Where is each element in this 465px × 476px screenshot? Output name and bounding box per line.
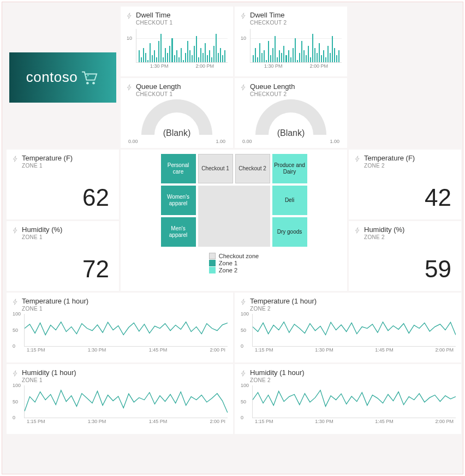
queue-length-checkout1-tile[interactable]: Queue Length CHECKOUT 1 (Blank) 0.00 1.0… — [121, 78, 233, 148]
brand-name: contoso — [26, 69, 78, 86]
tile-subtitle: ZONE 2 — [250, 377, 305, 383]
dwell-time-checkout2-tile[interactable]: Dwell Time CHECKOUT 2 10 1:30 PM 2:00 PM — [235, 7, 347, 76]
lightning-icon — [12, 299, 19, 305]
humidity-history-zone1-tile[interactable]: Humidity (1 hour) ZONE 1 0 50 100 1:15 P… — [7, 364, 233, 434]
zone-personal-care[interactable]: Personal care — [161, 154, 196, 183]
tile-title: Temperature (1 hour) — [250, 297, 317, 305]
lightning-icon — [126, 84, 133, 91]
temperature-zone2-tile[interactable]: Temperature (F) ZONE 2 42 — [349, 150, 461, 219]
tile-title: Humidity (%) — [364, 225, 404, 234]
temp-zone1-line-chart: 0 50 100 1:15 PM 1:30 PM 1:45 PM 2:00 PI — [24, 314, 228, 347]
metric-value: 42 — [354, 184, 451, 211]
tile-subtitle: ZONE 1 — [22, 163, 73, 169]
zone-checkout2[interactable]: Checkout 2 — [235, 154, 270, 183]
floor-bg — [198, 186, 270, 247]
tile-title: Dwell Time — [250, 11, 287, 19]
svg-point-0 — [86, 81, 89, 84]
lightning-icon — [12, 227, 19, 234]
swatch-zone1 — [209, 260, 216, 266]
tile-title: Humidity (1 hour) — [22, 368, 76, 377]
svg-point-2 — [86, 73, 87, 75]
tile-title: Temperature (1 hour) — [22, 297, 88, 305]
zone-deli[interactable]: Deli — [272, 186, 307, 215]
queue1-gauge: (Blank) 0.00 1.00 — [126, 99, 228, 143]
tile-title: Humidity (1 hour) — [250, 368, 305, 377]
hum-zone2-line-chart: 0 50 100 1:15 PM 1:30 PM 1:45 PM 2:00 PM — [252, 385, 456, 418]
tile-subtitle: ZONE 1 — [22, 377, 76, 383]
swatch-checkout — [209, 253, 216, 259]
temperature-zone1-tile[interactable]: Temperature (F) ZONE 1 62 — [7, 150, 119, 219]
zone-womens-apparel[interactable]: Women's apparel — [161, 186, 196, 215]
tile-subtitle: ZONE 1 — [22, 306, 88, 312]
brand-logo: contoso — [9, 52, 116, 103]
dwell1-bar-chart: 10 1:30 PM 2:00 PM — [136, 29, 228, 63]
temperature-history-zone1-tile[interactable]: Temperature (1 hour) ZONE 1 0 50 100 1:1… — [7, 293, 233, 362]
dwell2-bar-chart: 10 1:30 PM 2:00 PM — [250, 29, 342, 63]
tile-title: Dwell Time — [136, 11, 172, 19]
dwell-time-checkout1-tile[interactable]: Dwell Time CHECKOUT 1 10 1:30 PM 2:00 PM — [121, 7, 233, 76]
tile-subtitle: ZONE 1 — [22, 234, 62, 240]
temperature-history-zone2-tile[interactable]: Temperature (1 hour) ZONE 2 0 50 100 1:1… — [235, 293, 461, 362]
metric-value: 59 — [354, 255, 451, 283]
svg-point-1 — [92, 81, 95, 84]
svg-point-3 — [87, 74, 89, 76]
brand-logo-tile: contoso — [7, 7, 119, 148]
tile-subtitle: CHECKOUT 2 — [250, 20, 287, 26]
lightning-icon — [12, 156, 19, 162]
lightning-icon — [126, 13, 133, 19]
tile-subtitle: CHECKOUT 1 — [136, 20, 172, 26]
store-map-tile[interactable]: Personal care Checkout 1 Checkout 2 Prod… — [121, 150, 347, 291]
queue-length-checkout2-tile[interactable]: Queue Length CHECKOUT 2 (Blank) 0.00 1.0… — [235, 78, 347, 148]
lightning-icon — [12, 370, 19, 377]
temp-zone2-line-chart: 0 50 100 1:15 PM 1:30 PM 1:45 PM 2:00 PM — [252, 314, 456, 347]
gauge-value: (Blank) — [269, 112, 313, 138]
humidity-history-zone2-tile[interactable]: Humidity (1 hour) ZONE 2 0 50 100 1:15 P… — [235, 364, 461, 434]
map-legend: Checkout zone Zone 1 Zone 2 — [209, 252, 259, 274]
queue2-gauge: (Blank) 0.00 1.00 — [240, 99, 342, 143]
tile-subtitle: ZONE 2 — [364, 234, 404, 240]
tile-subtitle: CHECKOUT 1 — [136, 91, 181, 97]
humidity-zone1-tile[interactable]: Humidity (%) ZONE 1 72 — [7, 221, 119, 291]
tile-subtitle: CHECKOUT 2 — [250, 91, 295, 97]
cart-icon — [81, 70, 99, 85]
svg-point-4 — [86, 76, 87, 78]
lightning-icon — [240, 370, 247, 377]
humidity-zone2-tile[interactable]: Humidity (%) ZONE 2 59 — [349, 221, 461, 291]
tile-title: Temperature (F) — [364, 154, 415, 162]
tile-title: Temperature (F) — [22, 154, 73, 162]
lightning-icon — [354, 227, 361, 234]
zone-checkout1[interactable]: Checkout 1 — [198, 154, 233, 183]
store-floorplan: Personal care Checkout 1 Checkout 2 Prod… — [161, 154, 307, 247]
tile-subtitle: ZONE 2 — [364, 163, 415, 169]
lightning-icon — [240, 13, 247, 19]
tile-title: Humidity (%) — [22, 225, 62, 234]
lightning-icon — [240, 84, 247, 91]
tile-subtitle: ZONE 2 — [250, 306, 317, 312]
zone-dry-goods[interactable]: Dry goods — [272, 217, 307, 247]
tile-title: Queue Length — [136, 82, 181, 91]
metric-value: 62 — [12, 184, 109, 211]
lightning-icon — [240, 299, 247, 305]
lightning-icon — [354, 156, 361, 162]
hum-zone1-line-chart: 0 50 100 1:15 PM 1:30 PM 1:45 PM 2:00 PI — [24, 385, 228, 418]
gauge-value: (Blank) — [154, 112, 199, 138]
tile-title: Queue Length — [250, 82, 295, 91]
zone-produce-dairy[interactable]: Produce and Dairy — [272, 154, 307, 183]
zone-mens-apparel[interactable]: Men's apparel — [161, 217, 196, 247]
metric-value: 72 — [12, 255, 109, 283]
swatch-zone2 — [209, 267, 216, 273]
